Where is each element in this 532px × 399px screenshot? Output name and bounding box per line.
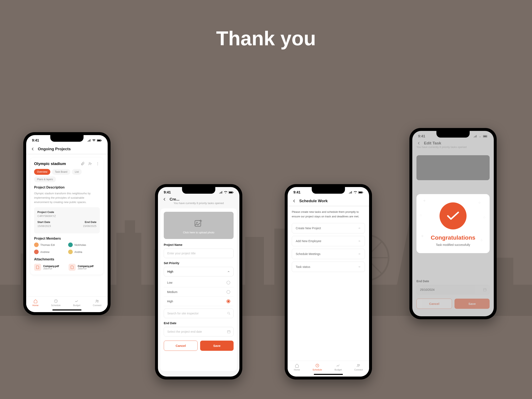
svg-point-27 (97, 165, 98, 165)
clock-icon (54, 299, 58, 303)
avatar (34, 242, 39, 247)
priority-option-medium[interactable]: Medium (164, 287, 234, 297)
svg-point-24 (89, 162, 90, 164)
nav-schedule[interactable]: Schedule (313, 363, 322, 371)
users-icon (95, 299, 99, 303)
phone-ongoing-projects: 9:41 Ongoing Projects Olympic stadium (23, 132, 111, 315)
attachment-icon[interactable] (81, 162, 85, 166)
tab-overview[interactable]: Overview (34, 169, 50, 175)
arrow-right-icon (358, 265, 361, 268)
status-time: 9:41 (293, 190, 300, 195)
phone-schedule-work: 9:41 Schedule Work Please create new tas… (285, 184, 372, 380)
code-label: Project Code (38, 210, 96, 214)
cancel-button[interactable]: Cancel (164, 341, 198, 351)
header-title: Schedule Work (299, 199, 328, 203)
tab-task-board[interactable]: Task Board (52, 169, 70, 175)
home-icon (295, 363, 299, 368)
enddate-label: End Date (164, 322, 234, 325)
back-icon[interactable] (292, 199, 296, 203)
phone-edit-task: 9:41 Edit Task You have currently 8 prio… (409, 128, 497, 319)
calendar-icon (227, 330, 231, 334)
signal-icon (219, 191, 223, 194)
end-value: 15/08/2025 (67, 224, 96, 228)
save-button[interactable]: Save (200, 341, 234, 351)
nav-budget[interactable]: Budget (73, 299, 80, 306)
back-icon[interactable] (30, 147, 35, 151)
wifi-icon (92, 139, 95, 142)
action-create-project[interactable]: Create New Project (292, 223, 365, 233)
member-name: Andria (74, 250, 82, 253)
radio-icon (227, 281, 230, 285)
notch (437, 131, 470, 138)
member-name: Nickholas (74, 243, 86, 247)
member-name: Thomas Edi (40, 243, 55, 247)
search-inspector-input[interactable] (164, 309, 234, 318)
header-title: Ongoing Projects (38, 147, 71, 151)
nav-label: Budget (73, 304, 80, 306)
add-user-icon[interactable] (88, 162, 92, 166)
tab-plans[interactable]: Plans & layers (34, 177, 56, 182)
sparkle-icon: ○ (483, 215, 485, 220)
pdf-icon (34, 264, 41, 271)
nav-budget[interactable]: Budget (335, 363, 342, 371)
desc-title: Project Description (34, 186, 100, 189)
attachment-item[interactable]: Company.pdf2MB•PDF (69, 264, 100, 271)
modal-overlay[interactable]: ✦ ✧ ✦ ✧ ○ ○ Congratulations Task modifie… (412, 131, 494, 316)
home-indicator[interactable] (52, 310, 82, 310)
sparkle-icon: ✧ (478, 200, 481, 205)
priority-dropdown[interactable]: High (164, 267, 234, 276)
action-label: Add New Employee (296, 239, 321, 243)
wifi-icon (224, 191, 227, 194)
signal-icon (87, 139, 91, 142)
start-label: Start Date (38, 221, 67, 224)
member-item[interactable]: Nickholas (68, 242, 100, 247)
arrow-right-icon (358, 252, 361, 256)
phone-create-project: 9:41 Cre... You have currently 8 priorit… (155, 184, 242, 380)
home-indicator[interactable] (314, 374, 343, 375)
members-title: Project Members (34, 237, 100, 241)
action-schedule-meetings[interactable]: Schedule Meetings (292, 249, 365, 259)
member-item[interactable]: Andrew (34, 250, 66, 254)
nav-connect[interactable]: Connect (93, 299, 101, 306)
svg-rect-32 (229, 192, 232, 193)
member-item[interactable]: Andria (68, 250, 100, 254)
attachment-meta: 2MB•PDF (43, 268, 59, 270)
svg-point-36 (228, 312, 229, 314)
chart-icon (336, 363, 340, 368)
success-modal: ✦ ✧ ✦ ✧ ○ ○ Congratulations Task modifie… (417, 194, 490, 253)
svg-rect-39 (359, 192, 362, 193)
avatar (68, 242, 73, 247)
svg-rect-10 (245, 237, 264, 295)
nav-label: Budget (335, 368, 342, 371)
svg-rect-37 (227, 331, 230, 333)
nav-label: Home (294, 368, 300, 371)
search-icon (227, 311, 231, 315)
congrats-title: Congratulations (423, 234, 483, 241)
project-name-input[interactable] (164, 248, 234, 258)
tab-list[interactable]: List (72, 169, 82, 175)
attachment-item[interactable]: Company.pdf2MB•PDF (34, 264, 65, 271)
notch (312, 187, 345, 194)
nav-connect[interactable]: Connect (354, 363, 363, 371)
upload-photo[interactable]: Click here to upload photo (164, 212, 234, 239)
action-add-employee[interactable]: Add New Employee (292, 236, 365, 246)
upload-text: Click here to upload photo (168, 231, 229, 234)
battery-icon (358, 191, 363, 194)
svg-rect-4 (116, 233, 141, 295)
start-value: 15/08/2023 (38, 224, 67, 228)
nav-home[interactable]: Home (294, 363, 300, 371)
image-plus-icon (194, 218, 204, 228)
member-item[interactable]: Thomas Edi (34, 242, 66, 247)
more-icon[interactable] (95, 162, 100, 166)
priority-option-high[interactable]: High (164, 297, 234, 306)
back-icon[interactable] (162, 197, 167, 202)
nav-schedule[interactable]: Schedule (51, 299, 61, 306)
action-task-status[interactable]: Task status (292, 262, 365, 272)
enddate-input[interactable] (164, 327, 234, 336)
home-icon (33, 299, 38, 303)
desc-text: Olympic stadium transform this neighbour… (34, 191, 100, 204)
attachment-name: Company.pdf (43, 265, 59, 268)
priority-option-low[interactable]: Low (164, 278, 234, 287)
svg-rect-5 (125, 220, 135, 237)
nav-home[interactable]: Home (32, 299, 38, 306)
